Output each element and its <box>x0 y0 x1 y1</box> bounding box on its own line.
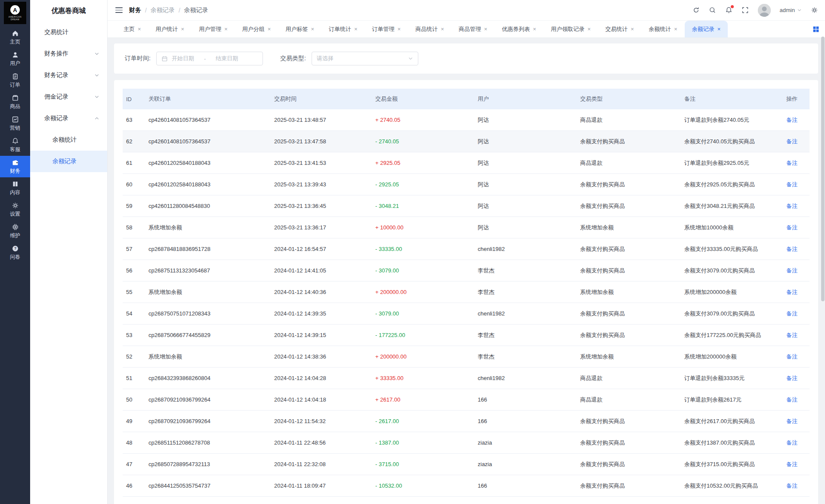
scrollbar-thumb[interactable] <box>821 37 825 301</box>
table-row[interactable]: 56cp2687511313230546872024-01-12 14:41:0… <box>123 260 810 281</box>
tab-user-groups[interactable]: 用户分组× <box>235 21 278 37</box>
rail-item-settings[interactable]: 设置 <box>0 199 30 220</box>
remark-link[interactable]: 备注 <box>786 224 797 231</box>
remark-link[interactable]: 备注 <box>786 310 797 317</box>
table-row[interactable]: 54cp2687507510712083432024-01-12 14:39:3… <box>123 303 810 325</box>
tab-balance-stats[interactable]: 余额统计× <box>641 21 685 37</box>
remark-link[interactable]: 备注 <box>786 160 797 166</box>
sidebar-subitem-balance-records[interactable]: 余额记录 <box>30 151 107 172</box>
remark-link[interactable]: 备注 <box>786 181 797 188</box>
tab-product-stats[interactable]: 商品统计× <box>408 21 451 37</box>
tab-coupon-list[interactable]: 优惠券列表× <box>494 21 544 37</box>
tab-user-tags[interactable]: 用户标签× <box>278 21 321 37</box>
close-icon[interactable]: × <box>631 26 634 32</box>
trade-type-select[interactable]: 请选择 <box>312 52 418 65</box>
refresh-icon[interactable] <box>692 6 700 14</box>
close-icon[interactable]: × <box>354 26 358 32</box>
tab-order-stats[interactable]: 订单统计× <box>321 21 365 37</box>
gear-icon[interactable] <box>811 6 818 14</box>
bell-icon[interactable] <box>725 6 732 14</box>
breadcrumb-item[interactable]: 余额记录 <box>151 6 175 14</box>
tab-user-mgmt[interactable]: 用户管理× <box>192 21 235 37</box>
remark-link[interactable]: 备注 <box>786 332 797 338</box>
table-row[interactable]: 63cp4260140810573645372025-03-21 13:48:5… <box>123 109 810 131</box>
tab-user-stats[interactable]: 用户统计× <box>148 21 192 37</box>
sidebar-item-label: 财务记录 <box>44 71 68 79</box>
table-row[interactable]: 58系统增加余额2025-03-21 13:36:17+ 10000.00阿达系… <box>123 217 810 238</box>
rail-item-marketing[interactable]: 营销 <box>0 113 30 134</box>
remark-link[interactable]: 备注 <box>786 439 797 446</box>
rail-item-home[interactable]: 主页 <box>0 27 30 48</box>
rail-item-maintenance[interactable]: 维护 <box>0 220 30 242</box>
table-row[interactable]: 60cp4260120258401880432025-03-21 13:39:4… <box>123 174 810 195</box>
collapse-sidebar-icon[interactable] <box>115 7 123 13</box>
tab-product-mgmt[interactable]: 商品管理× <box>451 21 495 37</box>
table-row[interactable]: 61cp4260120258401880432025-03-21 13:41:5… <box>123 152 810 174</box>
close-icon[interactable]: × <box>268 26 271 32</box>
rail-item-content[interactable]: 内容 <box>0 177 30 199</box>
table-row[interactable]: 48cp2685115120862787082024-01-11 22:48:5… <box>123 432 810 454</box>
remark-link[interactable]: 备注 <box>786 375 797 381</box>
remark-link[interactable]: 备注 <box>786 396 797 403</box>
tab-user-claim-records[interactable]: 用户领取记录× <box>544 21 598 37</box>
rail-item-finance[interactable]: 财务 <box>0 156 30 177</box>
tab-balance-records[interactable]: 余额记录× <box>685 21 728 37</box>
breadcrumb-item[interactable]: 财务 <box>129 6 141 14</box>
table-row[interactable]: 59cp4260112800845488302025-03-21 13:36:4… <box>123 195 810 217</box>
search-icon[interactable] <box>709 6 716 14</box>
remark-link[interactable]: 备注 <box>786 138 797 145</box>
table-row[interactable]: 47cp2685072889547321132024-01-11 22:32:0… <box>123 454 810 475</box>
close-icon[interactable]: × <box>533 26 536 32</box>
sidebar-subitem-balance-stats[interactable]: 余额统计 <box>30 129 107 151</box>
sidebar-item-balance-records[interactable]: 余额记录 <box>30 108 107 129</box>
rail-item-support[interactable]: 客服 <box>0 134 30 156</box>
sidebar-item-commission-records[interactable]: 佣金记录 <box>30 86 107 108</box>
remark-link[interactable]: 备注 <box>786 289 797 295</box>
close-icon[interactable]: × <box>587 26 591 32</box>
remark-link[interactable]: 备注 <box>786 353 797 360</box>
close-icon[interactable]: × <box>674 26 677 32</box>
close-icon[interactable]: × <box>398 26 401 32</box>
table-row[interactable]: 55系统增加余额2024-01-12 14:40:36+ 200000.00李世… <box>123 281 810 303</box>
remark-link[interactable]: 备注 <box>786 203 797 209</box>
sidebar-item-trade-stats[interactable]: 交易统计 <box>30 22 107 43</box>
fullscreen-icon[interactable] <box>742 6 749 14</box>
table-row[interactable]: 52系统增加余额2024-01-12 14:38:36+ 200000.00李世… <box>123 346 810 368</box>
tab-order-mgmt[interactable]: 订单管理× <box>365 21 408 37</box>
scrollbar[interactable] <box>821 0 825 504</box>
tab-grid-icon[interactable] <box>813 26 819 33</box>
table-row[interactable]: 62cp4260140810573645372025-03-21 13:47:5… <box>123 131 810 152</box>
close-icon[interactable]: × <box>441 26 444 32</box>
close-icon[interactable]: × <box>181 26 185 32</box>
rail-item-orders[interactable]: 订单 <box>0 70 30 91</box>
remark-link[interactable]: 备注 <box>786 482 797 489</box>
table-row[interactable]: 51cp2684323938682608042024-01-12 14:04:2… <box>123 368 810 389</box>
table-row[interactable]: 46cp2684412505357547372024-01-11 18:09:4… <box>123 475 810 497</box>
close-icon[interactable]: × <box>138 26 141 32</box>
close-icon[interactable]: × <box>224 26 228 32</box>
rail-item-users[interactable]: 用户 <box>0 48 30 70</box>
avatar[interactable] <box>758 4 771 17</box>
tab-label: 余额记录 <box>692 25 714 33</box>
table-row[interactable]: 49cp2687092109367992642024-01-12 11:54:3… <box>123 411 810 432</box>
rail-item-products[interactable]: 商品 <box>0 91 30 113</box>
close-icon[interactable]: × <box>484 26 488 32</box>
remark-link[interactable]: 备注 <box>786 267 797 274</box>
tab-home[interactable]: 主页× <box>116 21 148 37</box>
table-row[interactable]: 50cp2687092109367992642024-01-12 14:04:1… <box>123 389 810 411</box>
tab-trade-stats[interactable]: 交易统计× <box>598 21 642 37</box>
remark-link[interactable]: 备注 <box>786 246 797 252</box>
table-row[interactable]: 57cp2687848188369517282024-01-12 16:54:5… <box>123 238 810 260</box>
sidebar-item-finance-ops[interactable]: 财务操作 <box>30 43 107 65</box>
close-icon[interactable]: × <box>717 26 721 32</box>
table-row[interactable]: 53cp2687506667744558292024-01-12 14:39:1… <box>123 325 810 346</box>
remark-link[interactable]: 备注 <box>786 418 797 424</box>
sidebar-item-finance-records[interactable]: 财务记录 <box>30 65 107 86</box>
close-icon[interactable]: × <box>311 26 314 32</box>
user-menu[interactable]: admin <box>780 7 802 13</box>
rail-item-survey[interactable]: ?问卷 <box>0 242 30 263</box>
date-range-input[interactable]: 开始日期 - 结束日期 <box>156 52 263 65</box>
app-logo[interactable]: A AMERICAN DREAM <box>4 2 26 24</box>
remark-link[interactable]: 备注 <box>786 461 797 467</box>
remark-link[interactable]: 备注 <box>786 117 797 123</box>
